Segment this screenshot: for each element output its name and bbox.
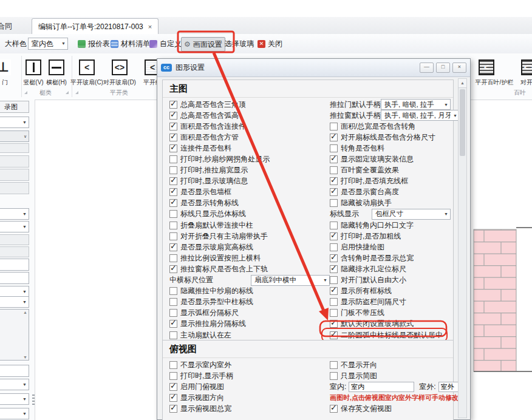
door-profile-icon[interactable]: ⊥ (0, 59, 11, 75)
checkbox[interactable] (169, 155, 177, 163)
checkbox[interactable] (169, 144, 177, 152)
setting-row[interactable]: 画图时,点击俯视图室内室外字样可手动修改 (330, 392, 451, 403)
checkbox[interactable] (330, 188, 338, 196)
setting-row[interactable]: 是否显示包墙框 (169, 187, 330, 198)
dialog-scrollbar[interactable]: ▲ (458, 78, 467, 418)
combo-box[interactable]: ▼ (0, 221, 29, 232)
setting-row[interactable]: 折叠扇默认带连接中柱 (169, 220, 330, 231)
setting-row[interactable]: 显示防盗栏间隔尺寸 (330, 297, 451, 308)
setting-row[interactable]: 打印时,推拉扇宽显示 (169, 165, 330, 176)
checkbox[interactable] (330, 361, 338, 369)
setting-row[interactable]: 显示推拉扇分隔标线 (169, 319, 330, 330)
checkbox[interactable] (169, 101, 177, 109)
checkbox[interactable] (330, 254, 338, 262)
tab-contract[interactable]: 合同 (0, 18, 18, 34)
checkbox[interactable] (169, 112, 177, 120)
scroll-up-icon[interactable]: ▲ (459, 79, 466, 88)
setting-row[interactable]: 面积是否包含方管 (169, 132, 330, 143)
setting-row[interactable]: 隐藏转角内口外口文字 (330, 220, 451, 231)
setting-row[interactable]: 推拉窗标尺是否包含上下轨 (169, 263, 330, 274)
setting-row[interactable]: 主动扇默认在左 (169, 330, 330, 340)
checkbox[interactable] (169, 405, 177, 413)
setting-row[interactable]: 是否显示异型中柱标线 (169, 297, 330, 308)
maximize-button[interactable]: □ (436, 63, 450, 73)
setting-row[interactable]: 门板不带压线 (330, 308, 451, 319)
checkbox[interactable] (330, 166, 338, 174)
checkbox[interactable] (169, 320, 177, 328)
dialog-close-button[interactable]: × (452, 63, 466, 73)
setting-row[interactable]: 是否显示转角标线 (169, 198, 330, 209)
setting-row[interactable]: 打印时,显示玻璃信息 (169, 176, 330, 187)
setting-row[interactable]: 启用快捷绘图 (330, 242, 451, 252)
setting-row[interactable]: 对开门默认自由大小 (330, 275, 451, 286)
dropdown[interactable]: 执手, 暗锁, 拉手, 月牙锁▼ (381, 110, 460, 121)
checkbox[interactable] (330, 232, 338, 240)
dialog-title-bar[interactable]: cc 图形设置 — □ × (157, 59, 470, 77)
checkbox[interactable] (330, 243, 338, 251)
text-field[interactable] (0, 365, 29, 377)
checkbox[interactable] (330, 265, 338, 273)
combo-box[interactable]: ▼ (0, 393, 29, 405)
minimize-button[interactable]: — (420, 63, 434, 73)
setting-row[interactable]: 打印时,纱扇纱网拐角处显示 (169, 154, 330, 164)
checkbox[interactable] (169, 331, 177, 339)
setting-row[interactable]: 隐藏推拉中纱扇的标线 (169, 286, 330, 297)
checkbox[interactable] (330, 331, 338, 339)
checkbox[interactable] (169, 134, 177, 141)
checkbox[interactable] (169, 361, 177, 369)
double-louver-icon[interactable]: <> (521, 59, 532, 75)
setting-row[interactable]: 保存英文俯视图 (330, 403, 451, 414)
setting-row[interactable]: 不显示室内室外 (169, 359, 330, 370)
checkbox[interactable] (169, 394, 177, 402)
drawing-settings-button[interactable]: ⚙画面设置 (181, 37, 225, 52)
dropdown[interactable]: 扇底到中横中▼ (251, 275, 330, 286)
casement-louver-icon[interactable]: < (479, 59, 494, 75)
checkbox[interactable] (169, 210, 177, 218)
checkbox[interactable] (330, 222, 338, 229)
setting-row[interactable]: 推拉比例设置按照上横料 (169, 252, 330, 263)
material-list-button[interactable]: 材料清单 (108, 37, 152, 50)
close-order-button[interactable]: ✕关闭 (255, 37, 285, 50)
checkbox[interactable] (169, 232, 177, 240)
checkbox[interactable] (169, 298, 177, 306)
setting-row[interactable]: 打印时,是否加粗线 (330, 231, 451, 242)
setting-row[interactable]: 隐藏排水孔定位标尺 (330, 263, 451, 274)
setting-row[interactable]: 对开扇标线是否包含分格尺寸 (330, 132, 451, 143)
setting-row[interactable]: 显示俯视图总宽 (169, 403, 330, 414)
checkbox[interactable] (330, 320, 338, 328)
setting-row[interactable]: 显示弧框分隔标尺 (169, 308, 330, 319)
select-glass-button[interactable]: 选择玻璃 (222, 37, 256, 50)
vertical-mullion-icon[interactable] (26, 59, 41, 75)
setting-row[interactable]: 推拉门默认手柄 执手, 暗锁, 拉手▼ (330, 99, 451, 110)
setting-row[interactable]: 显示所有框标线 (330, 286, 451, 297)
setting-row[interactable]: 是否显示玻扇宽高标线 (169, 242, 330, 252)
list-box[interactable]: ▲ ▼ (0, 309, 29, 361)
text-field[interactable] (0, 272, 29, 284)
casement-glass-sash-icon[interactable]: < (79, 59, 95, 75)
checkbox[interactable] (330, 134, 338, 141)
double-glass-sash-icon[interactable]: <> (112, 59, 128, 75)
checkbox[interactable] (330, 309, 338, 317)
scrollbar-thumb[interactable] (460, 89, 465, 156)
checkbox[interactable] (169, 166, 177, 174)
setting-row[interactable]: 面积是否包含连接件 (169, 121, 330, 132)
checkbox[interactable] (169, 188, 177, 196)
setting-row[interactable]: 二阶圆弧中柱标线是否默认居中 (330, 330, 451, 340)
setting-row[interactable]: 连接件是否包料 (169, 143, 330, 154)
setting-row[interactable]: 推拉窗默认手柄 执手, 暗锁, 拉手, 月牙锁▼ (330, 110, 451, 121)
scroll-up-icon[interactable]: ▲ (23, 310, 27, 314)
tab-close-icon[interactable]: × (148, 23, 152, 30)
checkbox[interactable] (330, 199, 338, 207)
setting-row[interactable]: 中横标尺位置 扇底到中横中▼ (169, 275, 330, 286)
checkbox[interactable] (330, 144, 338, 152)
combo-box[interactable]: ▼ (0, 408, 29, 419)
checkbox[interactable] (169, 177, 177, 185)
checkbox[interactable] (169, 123, 177, 130)
checkbox[interactable] (330, 405, 338, 413)
checkbox[interactable] (330, 123, 338, 130)
setting-row[interactable]: 面积/总宽是否包含转角 (330, 121, 451, 132)
setting-row[interactable]: 显示固定玻璃安装信息 (330, 154, 451, 164)
setting-row[interactable]: 转角是否包料 (330, 143, 451, 154)
setting-row[interactable]: 打印时,显示手柄 (169, 370, 330, 381)
checkbox[interactable] (330, 298, 338, 306)
